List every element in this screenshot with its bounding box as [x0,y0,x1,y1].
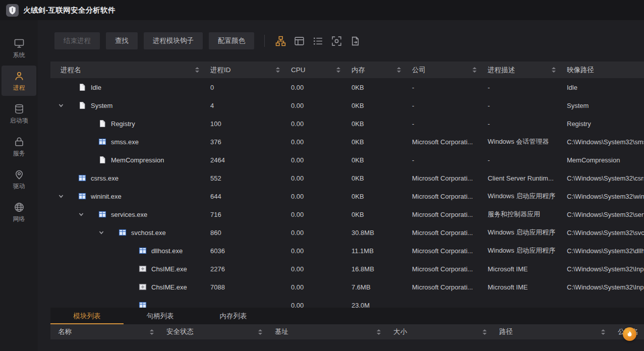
process-pid: 0 [204,84,285,91]
sort-icon [473,67,477,73]
process-column-header[interactable]: 进程名 [50,62,204,78]
process-cpu: 0.00 [285,229,345,237]
sidebar-item-label: 服务 [13,150,25,156]
tab-module-list[interactable]: 模块列表 [50,308,124,324]
process-tree-view-icon[interactable] [273,33,288,48]
process-image-path: Registry [561,120,644,128]
chevron-down-icon[interactable] [58,193,78,199]
process-row[interactable]: Registry 100 0.00 0KB - - Registry [50,114,644,133]
process-name: MemCompression [111,156,164,164]
process-name-cell: svchost.exe [50,228,204,237]
process-company: Microsoft Corporati... [406,229,482,237]
sidebar-item-process[interactable]: 进程 [2,66,36,96]
tab-handle-list[interactable]: 句柄列表 [124,308,197,324]
sidebar-item-system[interactable]: 系统 [2,33,36,63]
process-cpu: 0.00 [285,156,345,164]
process-image-path: C:\Windows\System32\csrs [561,174,644,182]
process-name: csrss.exe [91,174,119,182]
process-row[interactable]: MemCompression 2464 0.00 0KB - - MemComp… [50,151,644,169]
process-memory: 0KB [345,102,406,109]
process-row[interactable]: csrss.exe 552 0.00 0KB Microsoft Corpora… [50,169,644,187]
process-cpu: 0.00 [285,120,345,128]
process-memory: 0KB [345,156,406,164]
process-company: Microsoft Corporati... [406,193,482,200]
process-name: svchost.exe [131,229,166,237]
export-log-icon[interactable] [347,33,363,48]
sort-icon [150,329,154,335]
tree-indent [58,269,119,269]
bottom-column-header[interactable]: 基址 [267,324,386,339]
tree-indent [58,232,98,233]
end-process-button[interactable]: 结束进程 [54,32,100,49]
process-image-path: MemCompression [561,156,644,164]
process-name: ChsIME.exe [151,265,187,273]
process-column-header[interactable]: 内存 [345,62,406,78]
sidebar: 系统 进程 启动项 服务 驱动 网络 [0,20,38,351]
sidebar-item-service[interactable]: 服务 [2,131,36,161]
process-name: Idle [91,84,101,91]
color-config-button[interactable]: 配置颜色 [209,32,254,49]
process-row[interactable]: wininit.exe 644 0.00 0KB Microsoft Corpo… [50,187,644,205]
process-table: 进程名 进程ID CPU 内存 公司 进程描述 映像路径 Idle 0 0.00… [50,62,644,308]
process-pid: 2276 [204,265,285,273]
process-row[interactable]: ChsIME.exe 7088 0.00 7.6MB Microsoft Cor… [50,278,644,296]
process-cpu: 0.00 [285,174,345,182]
chevron-down-icon[interactable] [98,229,119,236]
sidebar-item-driver[interactable]: 驱动 [2,164,36,194]
bottom-column-header[interactable]: 名称 [50,324,159,339]
process-memory: 0KB [345,84,406,91]
process-description: - [482,84,561,91]
locate-window-icon[interactable] [329,33,344,48]
process-company: Microsoft Corporati... [406,283,482,291]
sidebar-item-network[interactable]: 网络 [2,197,36,227]
column-label: 基址 [275,327,288,336]
process-row[interactable]: System 4 0.00 0KB - - System [50,96,644,114]
process-row[interactable]: svchost.exe 860 0.00 30.8MB Microsoft Co… [50,223,644,242]
process-memory: 0KB [345,193,406,200]
process-column-header[interactable]: 进程ID [204,62,285,78]
toolbar-separator [264,35,265,47]
process-module-hook-button[interactable]: 进程模块钩子 [144,32,203,49]
process-description: 服务和控制器应用 [482,210,561,219]
process-description: Windows 启动应用程序 [482,246,561,255]
detail-list-view-icon[interactable] [310,33,325,48]
process-table-rows: Idle 0 0.00 0KB - - Idle System 4 0.00 0… [50,78,644,308]
process-row[interactable]: Idle 0 0.00 0KB - - Idle [50,78,644,96]
process-row[interactable]: services.exe 716 0.00 0KB Microsoft Corp… [50,205,644,223]
sidebar-item-startup[interactable]: 启动项 [2,98,36,129]
process-cpu: 0.00 [285,302,345,308]
sidebar-item-label: 进程 [13,85,25,91]
process-name: services.exe [111,211,147,218]
process-column-header[interactable]: 进程描述 [482,62,561,78]
process-memory: 0KB [345,138,406,146]
process-row[interactable]: ChsIME.exe 2276 0.00 16.8MB Microsoft Co… [50,260,644,278]
tree-indent [58,287,119,287]
find-button[interactable]: 查找 [106,32,138,49]
app-logo-icon [6,4,19,17]
huorong-float-ball-icon[interactable] [623,327,636,341]
process-table-header: 进程名 进程ID CPU 内存 公司 进程描述 映像路径 [50,62,644,78]
process-column-header[interactable]: 映像路径 [561,62,644,78]
process-image-path: C:\Windows\System32\svch [561,229,644,237]
process-name-cell: csrss.exe [50,174,204,182]
window-panel-view-icon[interactable] [291,33,307,48]
process-image-path: C:\Windows\System32\wini [561,193,644,200]
process-row[interactable]: dllhost.exe 6036 0.00 11.1MB Microsoft C… [50,242,644,260]
bottom-column-header[interactable]: 大小 [386,324,492,339]
bottom-column-header[interactable]: 安全状态 [159,324,267,339]
process-row[interactable]: 0.00 23.0M [50,296,644,308]
process-name-cell [50,301,204,308]
process-column-header[interactable]: 公司 [406,62,482,78]
tree-indent [58,160,78,160]
bottom-column-header[interactable]: 路径 [492,324,610,339]
process-cpu: 0.00 [285,283,345,291]
tab-memory-list[interactable]: 内存列表 [197,308,270,324]
process-row[interactable]: smss.exe 376 0.00 0KB Microsoft Corporat… [50,133,644,151]
column-label: 大小 [393,327,407,336]
process-name-cell: wininit.exe [50,192,204,200]
chevron-down-icon[interactable] [78,211,98,217]
process-image-path: C:\Windows\System32\sms [561,138,644,146]
chevron-down-icon[interactable] [58,102,78,108]
process-company: - [406,102,482,109]
process-column-header[interactable]: CPU [285,62,345,78]
